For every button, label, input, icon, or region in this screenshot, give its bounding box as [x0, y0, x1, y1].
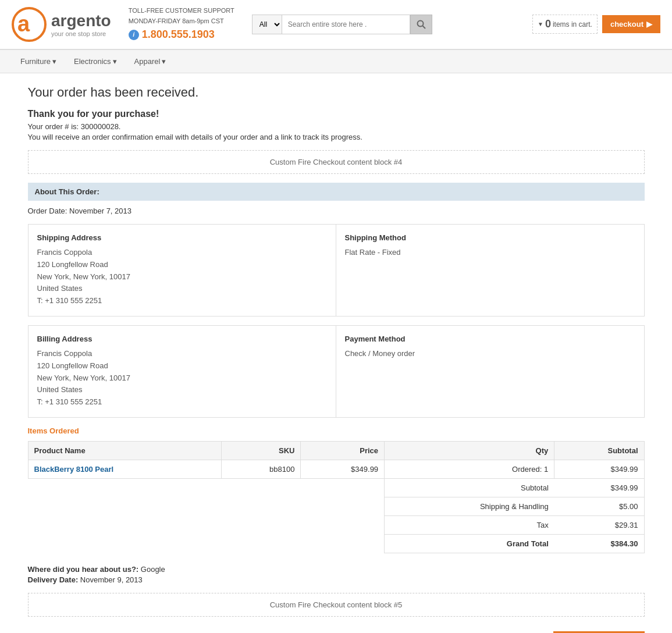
logo-tagline: your one stop store [51, 30, 111, 37]
search-category-select[interactable]: All [252, 15, 282, 34]
shipping-address-text: Francis Coppola 120 Longfellow Road New … [37, 247, 327, 307]
subtotal-label: Subtotal [385, 478, 554, 497]
support-hours: MONDAY-FRIDAY 8am-9pm CST [129, 16, 234, 27]
shipping-address-label: Shipping Address [37, 233, 327, 242]
billing-address2: New York, New York, 10017 [37, 372, 327, 385]
col-product-name: Product Name [28, 441, 222, 460]
order-number-text: Your order # is: 300000028. [28, 122, 645, 131]
search-button[interactable] [410, 15, 432, 34]
nav-furniture-label: Furniture [20, 57, 51, 66]
about-order-header: About This Order: [28, 183, 645, 201]
nav-apparel-label: Apparel [134, 57, 161, 66]
page-title: Your order has been received. [28, 85, 645, 100]
shipping-handling-label: Shipping & Handling [385, 497, 554, 515]
cart-drop-icon: ▼ [538, 21, 543, 27]
header: a argento your one stop store TOLL-FREE … [0, 0, 672, 49]
shipping-method-label: Shipping Method [345, 233, 635, 242]
items-ordered-label: Items Ordered [28, 426, 645, 435]
subtotal-value: $349.99 [554, 478, 644, 497]
nav-electronics-chevron: ▾ [113, 57, 117, 66]
shipping-method-value: Flat Rate - Fixed [345, 247, 635, 259]
shipping-country: United States [37, 283, 327, 295]
col-subtotal: Subtotal [554, 441, 644, 460]
content-block-5: Custom Fire Checkout content block #5 [28, 593, 645, 617]
item-product-name: BlackBerry 8100 Pearl [28, 460, 222, 478]
main-content: Your order has been received. Thank you … [16, 73, 656, 633]
shipping-phone: T: +1 310 555 2251 [37, 295, 327, 307]
table-header-row: Product Name SKU Price Qty Subtotal [28, 441, 644, 460]
where-heard: Where did you hear about us?: Google [28, 565, 645, 574]
col-sku: SKU [222, 441, 301, 460]
item-subtotal: $349.99 [554, 460, 644, 478]
payment-method-section: Payment Method Check / Money order [336, 326, 644, 417]
content-block-4: Custom Fire Checkout content block #4 [28, 150, 645, 174]
col-price: Price [301, 441, 385, 460]
logo-text: argento your one stop store [51, 12, 111, 37]
where-heard-value: Google [141, 565, 165, 574]
shipping-handling-row: Shipping & Handling $5.00 [28, 497, 644, 515]
billing-phone: T: +1 310 555 2251 [37, 396, 327, 408]
nav-electronics-label: Electronics [74, 57, 111, 66]
about-order-label: About This Order: [35, 187, 99, 196]
grand-total-value: $384.30 [554, 534, 644, 553]
phone-number: 1.800.555.1903 [142, 26, 215, 43]
order-date: Order Date: November 7, 2013 [28, 207, 645, 215]
shipping-address-section: Shipping Address Francis Coppola 120 Lon… [29, 225, 336, 316]
product-name-link[interactable]: BlackBerry 8100 Pearl [34, 465, 114, 474]
tax-value: $29.31 [554, 515, 644, 534]
confirm-email-text: You will receive an order confirmation e… [28, 133, 645, 141]
nav-furniture-chevron: ▾ [52, 57, 56, 66]
logo-name: argento [51, 12, 111, 30]
cart-info: ▼ 0 items in cart. [532, 15, 598, 34]
search-icon [417, 20, 426, 29]
col-qty: Qty [385, 441, 554, 460]
billing-address-text: Francis Coppola 120 Longfellow Road New … [37, 348, 327, 408]
nav-item-furniture[interactable]: Furniture ▾ [12, 50, 65, 73]
order-date-value: November 7, 2013 [69, 207, 131, 215]
grand-total-label: Grand Total [385, 534, 554, 553]
cart-area: ▼ 0 items in cart. checkout ▶ [532, 15, 660, 34]
shipping-info-grid: Shipping Address Francis Coppola 120 Lon… [28, 224, 645, 316]
subtotal-row: Subtotal $349.99 [28, 478, 644, 497]
search-input[interactable] [282, 15, 410, 34]
delivery-date: Delivery Date: November 9, 2013 [28, 575, 645, 584]
checkout-arrow-icon: ▶ [646, 20, 652, 29]
nav-item-apparel[interactable]: Apparel ▾ [126, 50, 175, 73]
tax-row: Tax $29.31 [28, 515, 644, 534]
shipping-handling-value: $5.00 [554, 497, 644, 515]
where-heard-label: Where did you hear about us?: [28, 565, 139, 574]
checkout-button[interactable]: checkout ▶ [602, 15, 660, 33]
nav-item-electronics[interactable]: Electronics ▾ [65, 50, 126, 73]
nav: Furniture ▾ Electronics ▾ Apparel ▾ [0, 49, 672, 73]
delivery-date-label: Delivery Date: [28, 575, 79, 584]
logo-area: a argento your one stop store [12, 7, 111, 42]
billing-name: Francis Coppola [37, 348, 327, 360]
cart-label: items in cart. [553, 20, 592, 29]
delivery-date-value: November 9, 2013 [80, 575, 143, 584]
svg-line-3 [422, 26, 425, 29]
svg-point-2 [417, 20, 423, 26]
info-icon: i [129, 30, 139, 40]
footer-actions: continue shopping [28, 625, 645, 633]
support-phone: i 1.800.555.1903 [129, 26, 234, 43]
shipping-address1: 120 Longfellow Road [37, 259, 327, 271]
search-area: All [252, 15, 524, 34]
billing-country: United States [37, 384, 327, 396]
table-row: BlackBerry 8100 Pearl bb8100 $349.99 Ord… [28, 460, 644, 478]
item-price: $349.99 [301, 460, 385, 478]
checkout-label: checkout [610, 20, 643, 29]
tax-label: Tax [385, 515, 554, 534]
payment-method-label: Payment Method [345, 335, 635, 343]
cart-count: 0 [545, 18, 551, 30]
logo-icon: a [12, 7, 47, 42]
thank-you-text: Thank you for your purchase! [28, 109, 645, 119]
payment-method-value: Check / Money order [345, 348, 635, 360]
shipping-name: Francis Coppola [37, 247, 327, 259]
billing-address-label: Billing Address [37, 335, 327, 343]
support-area: TOLL-FREE CUSTOMER SUPPORT MONDAY-FRIDAY… [129, 6, 234, 43]
nav-apparel-chevron: ▾ [162, 57, 166, 66]
support-label: TOLL-FREE CUSTOMER SUPPORT [129, 6, 234, 16]
grand-total-row: Grand Total $384.30 [28, 534, 644, 553]
billing-info-grid: Billing Address Francis Coppola 120 Long… [28, 325, 645, 418]
shipping-address2: New York, New York, 10017 [37, 271, 327, 283]
